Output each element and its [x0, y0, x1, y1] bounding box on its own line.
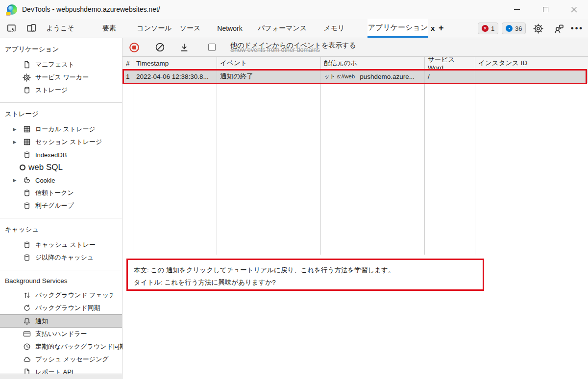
tab-sources[interactable]: ソース [174, 19, 206, 38]
section-storage: ストレージ ▶ ローカル ストレージ ▶ セッション ストレージ Indexed… [0, 103, 122, 218]
application-sidebar: アプリケーション マニフェスト サービス ワーカー ストレージ ストレージ ▶ … [0, 38, 122, 379]
row-origin-prefix: ット s://web [324, 73, 355, 80]
column-header-event[interactable]: イベント [217, 57, 321, 70]
checkbox-label[interactable]: 他のドメインからのイベントを表示する [230, 42, 356, 48]
sidebar-item-background-fetch[interactable]: バックグラウンド フェッチ [0, 289, 122, 302]
event-table-row[interactable]: 1 2022-04-06 12:38:30.8... 通知の終了 ット s://… [122, 70, 588, 83]
sidebar-item-interest-groups[interactable]: 利子グループ [0, 199, 122, 212]
title-bar: DevTools - webpushdemo.azurewebsites.net… [0, 0, 588, 19]
sidebar-item-cache-storage[interactable]: キャッシュ ストレー [0, 238, 122, 251]
download-icon [179, 43, 189, 52]
minimize-button[interactable] [503, 0, 531, 19]
sidebar-item-indexeddb[interactable]: IndexedDB [0, 148, 122, 161]
sidebar-item-label: 利子グループ [35, 201, 74, 210]
sidebar-item-label: キャッシュ ストレー [35, 240, 96, 249]
inspect-element-button[interactable] [6, 23, 18, 34]
chevron-right-icon[interactable]: ▶ [11, 140, 18, 144]
sidebar-item-web-sql[interactable]: web SQL [0, 161, 122, 174]
up-down-arrows-icon [23, 291, 31, 300]
sidebar-item-payment-handler[interactable]: 支払いハンドラー [0, 328, 122, 340]
clock-icon [23, 343, 31, 351]
sidebar-item-label: バックグラウンド フェッチ [35, 291, 115, 300]
minimize-icon [514, 9, 520, 10]
settings-button[interactable] [532, 23, 544, 34]
database-icon [23, 86, 31, 95]
close-button[interactable] [560, 0, 588, 19]
row-origin: ット s://web pushdemo.azure... [321, 70, 425, 83]
tab-network[interactable]: Network [209, 19, 251, 38]
block-icon [155, 42, 165, 52]
sidebar-item-periodic-background-sync[interactable]: 定期的なバックグラウンド同期 [0, 340, 122, 353]
database-icon [23, 254, 31, 262]
cloud-icon [23, 355, 31, 364]
window-title: DevTools - webpushdemo.azurewebsites.net… [22, 5, 160, 13]
tab-console[interactable]: コンソール [133, 19, 175, 38]
sidebar-item-label: バックグラウンド同期 [35, 304, 100, 312]
tab-memory[interactable]: メモリ [318, 19, 351, 38]
database-icon [23, 189, 31, 197]
database-icon [23, 151, 31, 159]
column-header-instance-id[interactable]: インスタンス ID [475, 57, 588, 70]
sidebar-item-label: プッシュ メッセージング [35, 355, 109, 364]
sidebar-item-storage[interactable]: ストレージ [0, 84, 122, 96]
device-emulation-button[interactable] [25, 23, 37, 34]
close-icon [571, 6, 577, 13]
events-table-empty-area [122, 83, 588, 255]
sidebar-item-label: ローカル ストレージ [35, 125, 96, 134]
clear-button[interactable] [154, 42, 165, 53]
sidebar-item-notifications[interactable]: 通知 [0, 314, 122, 328]
sidebar-item-session-storage[interactable]: ▶ セッション ストレージ [0, 136, 122, 148]
column-header-origin[interactable]: 配信元のホ [321, 57, 425, 70]
maximize-button[interactable] [531, 0, 560, 19]
event-details-pane: 本文: この 通知をクリックしてチュートリアルに戻り、これを行う方法を学習します… [122, 255, 588, 379]
tab-elements[interactable]: 要素 [91, 19, 128, 38]
error-counter-button[interactable]: ✕ 1 [478, 23, 498, 34]
show-other-domains-checkbox[interactable] [208, 44, 216, 51]
sidebar-item-label: セッション ストレージ [35, 138, 102, 146]
tab-performance[interactable]: パフォーマンス [256, 19, 309, 38]
sidebar-item-label: ストレージ [35, 86, 68, 95]
sidebar-item-background-sync[interactable]: バックグラウンド同期 [0, 302, 122, 314]
circle-icon [20, 165, 25, 170]
file-icon [23, 61, 31, 69]
more-tabs-button[interactable]: + [439, 19, 444, 38]
row-instance-id [475, 70, 588, 83]
row-num: 1 [122, 70, 133, 83]
issues-counter-button[interactable]: ▪ 36 [502, 23, 526, 34]
sidebar-item-push-messaging[interactable]: プッシュ メッセージング [0, 353, 122, 366]
chevron-right-icon[interactable]: ▶ [11, 178, 18, 183]
column-header-service-worker[interactable]: サービス Word [425, 57, 475, 70]
sidebar-item-label: 通知 [35, 317, 48, 326]
tab-welcome[interactable]: ようこそ [42, 19, 79, 38]
section-header-cache: キャッシュ [0, 223, 122, 238]
tab-close-button[interactable]: x [431, 19, 435, 38]
section-cache: キャッシュ キャッシュ ストレー ジ以降のキャッシュ [0, 218, 122, 270]
sidebar-item-local-storage[interactable]: ▶ ローカル ストレージ [0, 123, 122, 136]
record-button[interactable] [129, 42, 140, 53]
sidebar-item-manifest[interactable]: マニフェスト [0, 58, 122, 71]
feedback-button[interactable] [553, 23, 564, 34]
sidebar-item-label: サービス ワーカー [35, 73, 89, 82]
chevron-right-icon[interactable]: ▶ [11, 127, 18, 132]
save-events-button[interactable] [179, 42, 190, 53]
record-icon [129, 42, 140, 53]
notifications-toolbar: 他のドメインからのイベントを表示する Show events from othe… [122, 38, 588, 57]
more-options-button[interactable]: ••• [571, 23, 583, 34]
sidebar-item-label: web SQL [28, 163, 63, 172]
notification-title-text: タイトル: これを行う方法に興味がありますか? [134, 276, 477, 288]
sidebar-item-back-forward-cache[interactable]: ジ以降のキャッシュ [0, 251, 122, 264]
cookie-icon [23, 176, 31, 185]
sidebar-item-label: IndexedDB [35, 151, 67, 159]
row-service-worker: / [425, 70, 475, 83]
sidebar-item-cookie[interactable]: ▶ Cookie [0, 174, 122, 187]
sidebar-item-label: 定期的なバックグラウンド同期 [35, 342, 126, 351]
column-header-timestamp[interactable]: Timestamp [133, 57, 217, 70]
sidebar-item-trust-tokens[interactable]: 信頼トークン [0, 187, 122, 199]
column-header-num[interactable]: # [122, 57, 133, 70]
sidebar-item-service-worker[interactable]: サービス ワーカー [0, 71, 122, 84]
devtools-window: DevTools - webpushdemo.azurewebsites.net… [0, 0, 588, 379]
section-header-storage: ストレージ [0, 108, 122, 123]
section-background-services: Background Services バックグラウンド フェッチ バックグラウ… [0, 270, 122, 379]
ellipsis-icon: ••• [571, 24, 584, 33]
tab-application[interactable]: アプリケーション [368, 19, 428, 38]
